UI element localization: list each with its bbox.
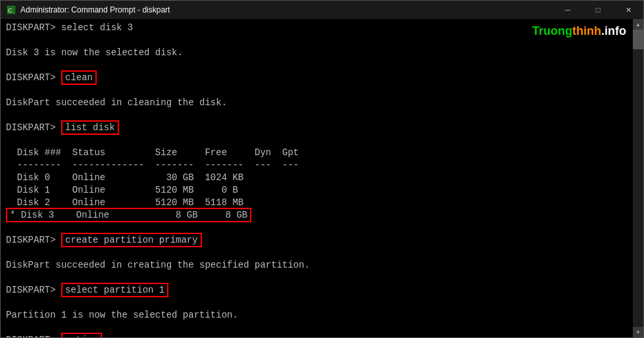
close-button[interactable]: ✕ [613,1,643,19]
active-command: active [61,333,102,337]
clean-command: clean [61,70,97,85]
window: C Administrator: Command Prompt - diskpa… [0,0,644,338]
maximize-button[interactable]: □ [583,1,613,19]
scrollbar[interactable]: ▲ ▼ [633,19,643,337]
terminal-line: DiskPart succeeded in cleaning the disk. [6,97,628,109]
titlebar: C Administrator: Command Prompt - diskpa… [1,1,643,19]
createpartition-command: create partition primary [61,233,202,247]
terminal-line [6,247,628,259]
selectpartition-command: select partition 1 [61,283,168,297]
terminal[interactable]: Truongthinh.info DISKPART> select disk 3… [1,19,633,337]
scroll-down-arrow[interactable]: ▼ [633,327,643,337]
window-controls: ─ □ ✕ [553,1,643,19]
terminal-line-listdisk: DISKPART> list disk [6,122,628,134]
watermark-truong: Truong [532,24,572,37]
content-area: Truongthinh.info DISKPART> select disk 3… [1,19,643,337]
terminal-line [6,84,628,97]
disk0-row: Disk 0 Online 30 GB 1024 KB [6,172,628,184]
minimize-button[interactable]: ─ [553,1,583,19]
terminal-line: DiskPart succeeded in creating the speci… [6,259,628,272]
terminal-line [6,59,628,72]
disk-table-header: Disk ### Status Size Free Dyn Gpt [6,147,628,159]
terminal-line: Disk 3 is now the selected disk. [6,47,628,59]
scroll-track[interactable] [633,30,643,327]
disk1-row: Disk 1 Online 5120 MB 0 B [6,184,628,197]
watermark-info: .info [601,24,626,37]
terminal-line-active: DISKPART> active [6,334,628,337]
terminal-line [6,134,628,147]
terminal-line-clean: DISKPART> clean [6,72,628,84]
disk3-highlight: * Disk 3 Online 8 GB 8 GB [6,208,251,222]
watermark: Truongthinh.info [532,23,626,39]
watermark-thinh: thinh [572,24,601,37]
terminal-line: Partition 1 is now the selected partitio… [6,309,628,322]
terminal-line [6,297,628,309]
terminal-line-createpartition: DISKPART> create partition primary [6,234,628,247]
scroll-up-arrow[interactable]: ▲ [633,19,643,30]
listdisk-command: list disk [61,120,119,135]
terminal-line-selectpartition: DISKPART> select partition 1 [6,284,628,297]
disk-table-separator: -------- ------------- ------- ------- -… [6,159,628,172]
scroll-thumb[interactable] [633,30,643,49]
svg-text:C: C [8,7,12,14]
app-icon: C [6,5,16,15]
window-title: Administrator: Command Prompt - diskpart [20,5,638,14]
disk3-selected-row: * Disk 3 Online 8 GB 8 GB [6,209,628,222]
